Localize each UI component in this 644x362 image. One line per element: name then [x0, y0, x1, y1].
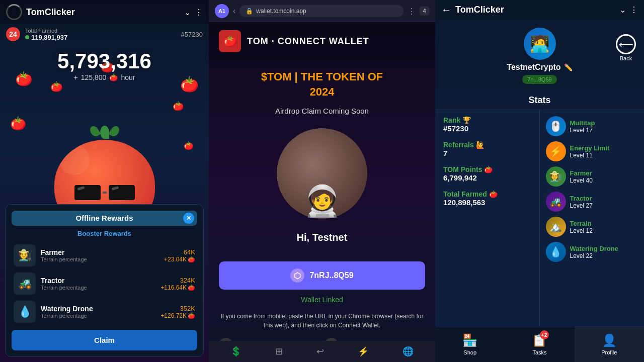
wallet-title: TOM · CONNECT WALLET [247, 36, 369, 47]
astronaut-icon: 🧑‍🚀 [303, 183, 341, 219]
stats-back-button[interactable]: ← [441, 4, 451, 16]
nav-profile[interactable]: 👤 Profile [575, 326, 644, 362]
browser-back-button[interactable]: ‹ [233, 7, 235, 16]
farmer-base: 64K [164, 248, 195, 256]
tractor-icon: 🚜 [14, 273, 36, 295]
wallet-linked-tag: Wallet Linked [209, 296, 435, 304]
upgrade-energy-limit: ⚡ Energy Limit Level 11 [546, 141, 640, 161]
close-button[interactable]: ✕ [183, 213, 194, 224]
connect-wallet-button[interactable]: ⬡ 7nRJ..8Q59 [219, 261, 425, 290]
wallet-badge: 7n...8Q59 [522, 75, 556, 84]
rank-value: #57230 [443, 124, 535, 133]
wallet-header: 🍅 TOM · CONNECT WALLET [209, 22, 435, 60]
upgrade-watering-drone: 💧 Watering Drone Level 22 [546, 242, 640, 262]
reward-watering: 💧 Watering Drone Terrain percentage 352K… [12, 298, 197, 326]
stats-left: Rank 🏆 #57230 Referrals 🙋 7 TOM Points 🍅… [435, 110, 540, 326]
stat-tom-points: TOM Points 🍅 6,799,942 [443, 165, 535, 182]
reward-farmer: 🧑‍🌾 Farmer Terrain percentage 64K +23.04… [12, 241, 197, 269]
offline-modal: Offline Rewards ✕ Booster Rewards 🧑‍🌾 Fa… [5, 204, 204, 357]
farmer-upgrade-icon: 🧑‍🌾 [546, 166, 566, 187]
wallet-hero: $TOM | THE TOKEN OF 2024 Airdrop Claim C… [209, 60, 435, 261]
watering-icon: 💧 [14, 301, 36, 323]
wallet-logo: 🍅 [219, 30, 241, 52]
multitap-icon: 🖱️ [546, 116, 566, 136]
back-arrow-button[interactable]: ⟵ [616, 34, 636, 54]
globe-nav-button[interactable]: 🌐 [403, 346, 414, 357]
tractor-upgrade-info: Tractor Level 27 [570, 195, 593, 209]
tractor-info: Tractor Terrain percentage [41, 277, 155, 291]
stats-menu-icon[interactable]: ⋮ [630, 5, 638, 15]
claim-button[interactable]: Claim [12, 330, 197, 350]
stat-referrals: Referrals 🙋 7 [443, 141, 535, 157]
stats-app-title: TomClicker [455, 5, 615, 15]
tractor-upgrade-name: Tractor [570, 195, 593, 202]
a1-badge: A1 [215, 4, 229, 18]
offline-title: Offline Rewards [75, 214, 133, 222]
reward-tractor: 🚜 Tractor Terrain percentage 324K +116.6… [12, 269, 197, 298]
profile-name: TestnetCrypto [507, 63, 560, 72]
hi-testnet-text: Hi, Testnet [219, 232, 425, 243]
panel-wallet: A1 ‹ 🔒 wallet.tomcoin.app ⋮ 4 🍅 TOM · CO… [209, 0, 435, 362]
tractor-bonus: +116.64K 🍅 [160, 284, 195, 291]
panel-stats: ← TomClicker ⌄ ⋮ 🧑‍💻 TestnetCrypto ✏️ 7n… [435, 0, 644, 362]
stats-grid: Rank 🏆 #57230 Referrals 🙋 7 TOM Points 🍅… [435, 110, 644, 326]
back-nav-button[interactable]: ↩ [316, 346, 324, 357]
dollar-nav-button[interactable]: 💲 [230, 346, 242, 357]
farmer-upgrade-name: Farmer [570, 169, 593, 177]
dropdown-icon[interactable]: ⌄ [184, 8, 191, 17]
wallet-content: 🍅 TOM · CONNECT WALLET $TOM | THE TOKEN … [209, 22, 435, 341]
stats-right: 🖱️ Multitap Level 17 ⚡ Energy Limit Leve… [540, 110, 645, 326]
edit-icon[interactable]: ✏️ [564, 63, 573, 71]
watering-name: Watering Drone [41, 305, 155, 313]
game-title: TomClicker [26, 7, 180, 18]
url-bar[interactable]: 🔒 wallet.tomcoin.app [239, 5, 404, 17]
menu-icon[interactable]: ⋮ [195, 8, 203, 17]
watering-bonus: +126.72K 🍅 [160, 312, 195, 319]
moon-scene: 🧑‍🚀 [272, 123, 372, 224]
shop-icon: 🏪 [462, 333, 477, 347]
stat-rank: Rank 🏆 #57230 [443, 116, 535, 133]
terrain-upgrade-icon: 🏔️ [546, 217, 566, 237]
watering-info: Watering Drone Terrain percentage [41, 305, 155, 319]
bolt-nav-button[interactable]: ⚡ [358, 346, 369, 357]
wallet-address-text: 7nRJ..8Q59 [309, 271, 353, 280]
tasks-label: Tasks [532, 349, 546, 355]
badge-count: 24 [6, 27, 20, 41]
tractor-base: 324K [160, 277, 195, 284]
terrain-upgrade-name: Terrain [570, 220, 593, 227]
stats-heading: Stats [435, 89, 644, 110]
back-label: Back [620, 55, 632, 61]
airdrop-coming-text: Airdrop Claim Coming Soon [219, 107, 425, 115]
profile-avatar: 🧑‍💻 [524, 28, 556, 60]
url-text: wallet.tomcoin.app [256, 8, 306, 15]
avatar-icon: 🧑‍💻 [530, 34, 550, 53]
tomato-icon: 🍅 [109, 73, 118, 81]
nav-shop[interactable]: 🏪 Shop [435, 326, 505, 362]
rank-badge: #57230 [181, 31, 203, 38]
loading-spinner [6, 4, 22, 20]
tasks-badge: +2 [540, 330, 549, 339]
browser-menu-icon[interactable]: ⋮ [408, 7, 416, 16]
energy-limit-name: Energy Limit [570, 144, 610, 152]
offline-modal-header: Offline Rewards ✕ [12, 211, 197, 226]
wallet-instructions: If you come from mobile, paste the URL i… [209, 312, 435, 338]
grid-nav-button[interactable]: ⊞ [275, 346, 283, 357]
wallet-address-icon: ⬡ [290, 268, 304, 283]
upgrade-farmer: 🧑‍🌾 Farmer Level 40 [546, 166, 640, 187]
farmer-bonus: +23.04K 🍅 [164, 256, 195, 263]
nav-tasks[interactable]: +2 📋 Tasks [505, 326, 574, 362]
stats-dropdown-icon[interactable]: ⌄ [619, 5, 626, 15]
total-farmed-value: 119,891,937 [31, 34, 67, 41]
watering-drone-info: Watering Drone Level 22 [570, 245, 618, 259]
tractor-upgrade-icon: 🚜 [546, 192, 566, 212]
tom-points-label: TOM Points 🍅 [443, 165, 535, 173]
stat-total-farmed: Total Farmed 🍅 120,898,563 [443, 190, 535, 207]
game-top-bar: TomClicker ⌄ ⋮ [0, 0, 209, 24]
browser-tabs-count[interactable]: 4 [420, 7, 429, 16]
referrals-value: 7 [443, 149, 535, 157]
farmer-values: 64K +23.04K 🍅 [164, 248, 195, 263]
back-section: ⟵ Back [616, 34, 636, 61]
tractor-upgrade-level: Level 27 [570, 202, 593, 209]
profile-label: Profile [601, 349, 617, 355]
booster-label: Booster Rewards [12, 230, 197, 237]
